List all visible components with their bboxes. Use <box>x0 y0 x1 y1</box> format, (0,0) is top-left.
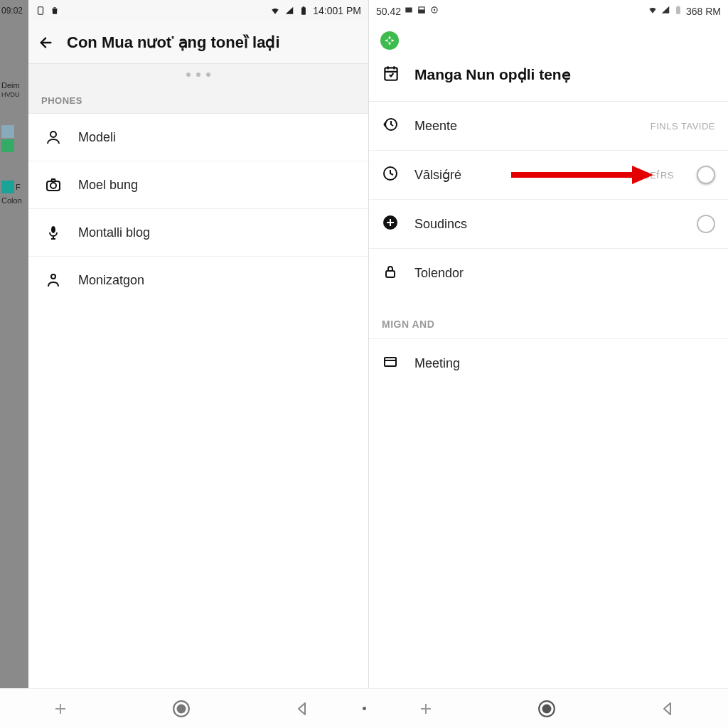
bg-label: Deim <box>1 81 20 90</box>
radio-toggle[interactable] <box>697 215 715 233</box>
page-title: Manga Nun opḍli tenẹ <box>414 66 571 83</box>
bg-time: 09:02 <box>1 6 23 16</box>
svg-rect-1 <box>301 7 306 14</box>
list-item-label: Meente <box>414 119 457 134</box>
svg-point-27 <box>543 705 551 712</box>
lock-icon <box>382 263 399 283</box>
dot-icon <box>206 73 210 77</box>
list-item-label: Monizatgon <box>78 273 144 288</box>
nav-back-button[interactable] <box>292 699 312 719</box>
status-right-text: 368 RM <box>686 6 721 17</box>
list-item-tolendor[interactable]: Tolendor <box>369 249 728 297</box>
camera-icon <box>44 176 63 194</box>
left-screenshot-panel: 14:001 PM Con Mua nưoť ạng toneȉ laḍi PH… <box>28 0 368 728</box>
radio-toggle[interactable] <box>697 166 715 184</box>
nav-back-button[interactable] <box>658 699 678 719</box>
right-screenshot-panel: 50.42 368 RM Manga Nun opḍli tenẹ <box>368 0 728 728</box>
svg-rect-15 <box>385 68 397 80</box>
header-bar: Con Mua nưoť ạng toneȉ laḍi <box>28 21 368 64</box>
signal-icon <box>284 6 294 16</box>
dot-icon <box>196 73 200 77</box>
section-header-phones: PHONES <box>28 85 368 114</box>
list-item-label: Soudincs <box>414 217 467 232</box>
nav-recent-button[interactable] <box>50 699 70 719</box>
clock-icon <box>382 165 399 185</box>
status-bar: 50.42 368 RM <box>369 0 728 21</box>
svg-rect-22 <box>385 358 396 366</box>
target-icon <box>429 5 439 15</box>
bg-label: Colon <box>1 196 22 205</box>
page-title: Con Mua nưoť ạng toneȉ laḍi <box>67 33 280 52</box>
list-item[interactable]: Moel bung <box>28 161 368 209</box>
square-icon <box>417 5 427 15</box>
thumbnail-icon <box>1 125 14 138</box>
list-item-value: FINLS TAVIDE <box>651 121 715 132</box>
history-icon <box>382 116 399 136</box>
title-row: Manga Nun opḍli tenẹ <box>369 57 728 102</box>
person-icon <box>44 128 63 146</box>
nav-home-button[interactable] <box>537 699 557 719</box>
svg-rect-10 <box>419 10 424 13</box>
signal-icon <box>660 5 670 15</box>
rect-icon <box>404 5 414 15</box>
device-icon <box>36 6 46 16</box>
battery-icon <box>673 5 683 15</box>
list-item-label: Moel bung <box>78 178 138 193</box>
list-item-value: NI3 SEḟRS <box>625 170 674 181</box>
person-outline-icon <box>44 271 63 289</box>
wifi-icon <box>648 5 658 15</box>
dot-icon <box>186 73 191 77</box>
svg-rect-21 <box>386 271 395 277</box>
section-header-mign: MIGN AND <box>369 297 728 339</box>
list-item-label: Vālsiǵré <box>414 167 461 183</box>
list-item-meeting[interactable]: Meeting <box>369 339 728 387</box>
nav-recent-button[interactable] <box>416 699 436 719</box>
list-item-label: Montalli blog <box>78 225 150 240</box>
svg-point-3 <box>50 132 56 137</box>
card-icon <box>382 353 399 373</box>
plus-circle-icon <box>382 214 399 234</box>
background-obscured-app: 09:02 Deim HVDU F Colon <box>0 0 28 728</box>
list-item-label: Modeli <box>78 130 116 145</box>
svg-rect-0 <box>38 7 43 15</box>
list-item[interactable]: Monizatgon <box>28 257 368 304</box>
system-nav-bar <box>0 688 728 728</box>
add-badge-icon[interactable] <box>380 31 399 50</box>
list-item-meente[interactable]: Meente FINLS TAVIDE <box>369 102 728 151</box>
back-arrow-icon[interactable] <box>38 35 54 50</box>
svg-point-25 <box>177 705 185 712</box>
svg-point-12 <box>434 9 434 10</box>
svg-point-6 <box>51 226 55 233</box>
svg-point-7 <box>51 274 55 279</box>
list-item-label: Tolendor <box>414 266 464 281</box>
svg-rect-2 <box>303 6 304 8</box>
calendar-icon <box>382 64 400 85</box>
list-item-label: Meeting <box>414 356 460 371</box>
svg-rect-14 <box>678 6 679 7</box>
status-bar: 14:001 PM <box>28 0 368 21</box>
status-left-text: 50.42 <box>376 6 401 17</box>
trash-icon <box>50 6 60 16</box>
list-item[interactable]: Modeli <box>28 114 368 161</box>
nav-home-button[interactable] <box>171 699 191 719</box>
page-indicator <box>28 64 368 85</box>
list-item-valsigre[interactable]: Vālsiǵré NI3 SEḟRS <box>369 151 728 200</box>
mic-icon <box>44 223 63 242</box>
bg-label: F <box>16 183 21 191</box>
svg-rect-8 <box>405 7 412 12</box>
svg-rect-13 <box>676 6 680 14</box>
thumbnail-icon <box>1 181 14 193</box>
list-item[interactable]: Montalli blog <box>28 209 368 257</box>
status-time: 14:001 PM <box>313 5 361 16</box>
bg-sublabel: HVDU <box>1 91 20 98</box>
svg-point-5 <box>50 183 56 188</box>
list-item-soudincs[interactable]: Soudincs <box>369 200 728 249</box>
battery-icon <box>299 6 309 16</box>
thumbnail-icon <box>1 139 14 152</box>
wifi-icon <box>270 6 280 16</box>
